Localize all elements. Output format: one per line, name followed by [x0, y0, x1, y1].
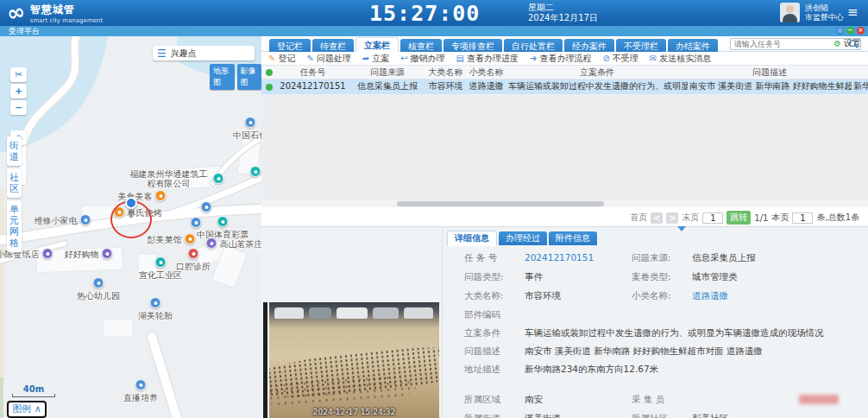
collapse-arrow-icon[interactable] [677, 226, 686, 231]
poi-label: 福建泉州华通建筑工程有限公司 [128, 169, 211, 188]
poi-label: 好好购物 [65, 249, 99, 261]
poi-pin[interactable] [191, 217, 202, 228]
toolbar-icon: ✎ [268, 54, 275, 63]
立案-button[interactable]: ➦立案 [362, 53, 389, 65]
detail-section: 2024-12-17 15:24:32 ▣↑↓⊞ 图片上报[1-3/3][市区采… [261, 226, 868, 418]
poi-pin[interactable] [201, 201, 212, 212]
table-cell: 市容环境 [425, 79, 466, 94]
zoom-in-button[interactable]: + [10, 84, 27, 98]
poi-湖美轮胎[interactable]: 湖美轮胎 [150, 297, 161, 308]
poi-直播培养[interactable]: 直播培养 [135, 379, 147, 390]
poi-pin-icon [102, 248, 113, 259]
horizontal-scrollbar[interactable] [397, 201, 604, 206]
poi-label: 宣化工业区 [139, 269, 182, 282]
撤销办理-button[interactable]: ↩撤销办理 [400, 53, 444, 65]
status-dot-icon [266, 69, 273, 76]
poi-福建泉州华通建筑工程有限公司[interactable]: 福建泉州华通建筑工程有限公司 [213, 173, 224, 184]
poi-pin-icon [250, 166, 261, 177]
table-cell: 202412170151 [276, 79, 349, 94]
poi-小陈金纸店[interactable]: 小陈金纸店 [42, 248, 53, 259]
per-page-input[interactable] [792, 212, 813, 224]
poi-pin[interactable] [250, 166, 261, 177]
basemap-影像图[interactable]: 影像图 [237, 64, 262, 90]
toolbar-label: 登记 [278, 53, 295, 65]
toolbar-icon: ⊘ [602, 54, 609, 63]
查看办理流程-button[interactable]: ➔查看办理流程 [530, 53, 591, 65]
问题处理-button[interactable]: ✎问题处理 [306, 53, 350, 65]
table-row[interactable]: 202412170151信息采集员上报市容环境道路遗撒车辆运输或装卸过程中发生遗… [261, 79, 868, 94]
column-header [852, 66, 868, 79]
menu-icon[interactable]: ≡ [847, 7, 863, 19]
field-label: 地址描述 [464, 364, 525, 376]
poi-中国体育彩票[interactable]: 中国体育彩票 [217, 216, 229, 227]
avatar[interactable] [780, 3, 800, 22]
poi-美食美客[interactable]: 美食美客 [155, 190, 167, 201]
zoom-out-button[interactable]: − [10, 100, 27, 115]
task-search-input[interactable] [731, 40, 848, 48]
map-panel[interactable]: 中国石化福建泉州华通建筑工程有限公司美食美客林氏烧烤维修小家电中国体育彩票彭美菜… [0, 36, 261, 418]
field-label: 采 集 员 [632, 394, 687, 406]
close-icon[interactable]: × [857, 27, 865, 35]
case-photo[interactable]: 2024-12-17 15:24:32 [269, 302, 439, 418]
poi-label: 热心幼儿园 [77, 290, 120, 302]
user-info[interactable]: 洪创韬 市监督中心 [780, 3, 844, 22]
jump-button[interactable]: 跳转 [726, 211, 751, 225]
poi-pin-icon [206, 238, 217, 249]
horizontal-scrollbar-track[interactable] [261, 200, 868, 207]
app-subtitle: smart city management [30, 17, 103, 24]
next-page-button[interactable]: > [666, 212, 678, 224]
measure-tool-icon[interactable]: ✂ [10, 67, 27, 82]
poi-彭美菜馆[interactable]: 彭美菜馆 [185, 233, 196, 244]
field-value: 南安市 溪美街道 新华南路 好好购物生鲜超市对面 道路遗撒 [525, 345, 863, 358]
poi-热心幼儿园[interactable]: 热心幼儿园 [93, 277, 104, 288]
menu-icon[interactable]: ☰ [157, 48, 167, 59]
poi-口腔诊所[interactable]: 口腔诊所 [188, 248, 199, 259]
first-page-button[interactable]: 首页 [630, 212, 647, 224]
user-name: 洪创韬 [805, 3, 844, 13]
field-label: 大类名称: [464, 290, 525, 302]
poi-pin-icon [80, 214, 91, 225]
field-row: 部件编码 [449, 307, 866, 325]
table-header: 任务号问题来源大类名称小类名称立案条件问题描述 [261, 66, 868, 79]
selected-location-marker[interactable] [125, 197, 137, 218]
发送核实消息-button[interactable]: ✉发送核实消息 [650, 53, 711, 65]
page-number-input[interactable] [702, 212, 723, 224]
poi-label: 直播培养 [123, 392, 158, 404]
不受理-button[interactable]: ⊘不受理 [602, 53, 638, 65]
field-value: 事件 [525, 271, 628, 283]
platform-tab[interactable]: 受理平台 [3, 26, 45, 36]
poi-pin-icon [185, 233, 196, 244]
last-page-button[interactable]: 末页 [682, 212, 699, 224]
poi-宣化工业区[interactable]: 宣化工业区 [155, 256, 167, 268]
toolbar-icon: ➔ [530, 54, 537, 63]
poi-高山茗茶庄[interactable]: 高山茗茶庄 [206, 238, 217, 249]
poi-pin-icon [191, 217, 202, 228]
redacted-value [799, 395, 839, 404]
minimize-icon[interactable]: − [846, 27, 854, 35]
field-value[interactable]: 202412170151 [525, 252, 628, 263]
登记-button[interactable]: ✎登记 [268, 53, 295, 65]
detail-tab-详细信息[interactable]: 详细信息 [447, 231, 497, 246]
logo-icon: ∞ [5, 0, 28, 26]
detail-tab-附件信息[interactable]: 附件信息 [549, 231, 597, 245]
field-value[interactable]: 道路遗撒 [692, 290, 865, 302]
field-row: 任 务 号202412170151问题来源:信息采集员上报 [449, 250, 866, 269]
poi-好好购物[interactable]: 好好购物 [102, 248, 113, 259]
detail-tab-办理经过[interactable]: 办理经过 [499, 231, 547, 245]
poi-中国石化[interactable]: 中国石化 [245, 117, 256, 128]
poi-维修小家电[interactable]: 维修小家电 [80, 214, 91, 225]
查看办理进度-button[interactable]: ▤查看办理进度 [456, 53, 519, 65]
prev-page-button[interactable]: < [651, 212, 663, 224]
settings-button[interactable]: ⚙ 设置 [833, 36, 861, 50]
case-panel: 登记栏待查栏立案栏核查栏专项排查栏自行处置栏经办案件不受理栏办结案件 ✎登记✎问… [261, 36, 868, 418]
digital-clock: 15:27:00 [369, 1, 480, 26]
target-icon[interactable]: ◎ [836, 27, 844, 35]
basemap-地形图[interactable]: 地形图 [210, 64, 235, 90]
map-search-box[interactable]: ☰ 兴趣点 [153, 46, 255, 60]
layer-button-社区[interactable]: 社区 [7, 168, 22, 198]
layer-button-街道[interactable]: 街道 [7, 136, 22, 166]
layer-button-单元网格[interactable]: 单元网格 [7, 200, 22, 252]
window-controls: ◎−× [836, 27, 865, 35]
row-status [261, 79, 276, 94]
legend-button[interactable]: 图例 ∧ [7, 401, 47, 418]
